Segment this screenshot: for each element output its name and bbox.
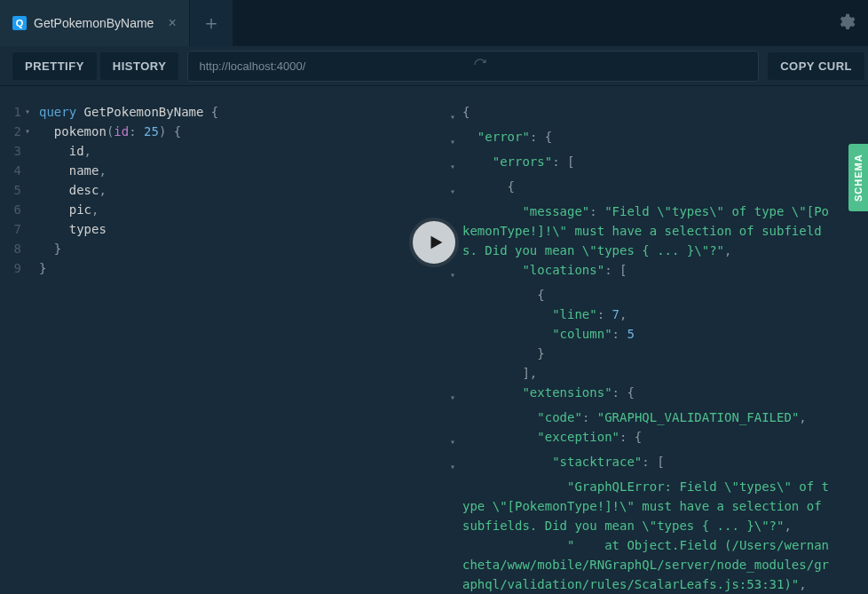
fold-toggle [25, 239, 36, 258]
fold-toggle[interactable]: ▾ [450, 127, 462, 152]
code-content: } [36, 239, 61, 258]
result-content: { [462, 102, 868, 127]
result-content: "locations": [ [462, 260, 868, 285]
code-content: id, [36, 141, 91, 161]
toolbar: PRETTIFY HISTORY http://localhost:4000/ … [0, 46, 868, 86]
code-content: } [36, 258, 46, 278]
fold-toggle [450, 344, 462, 363]
refresh-icon[interactable] [473, 58, 747, 75]
url-input[interactable]: http://localhost:4000/ [187, 51, 759, 82]
editor-line[interactable]: 3 id, [0, 141, 434, 161]
tab-active[interactable]: Q GetPokemonByName × [0, 0, 190, 46]
fold-toggle[interactable]: ▾ [450, 152, 462, 177]
fold-toggle[interactable]: ▾ [25, 102, 36, 122]
result-content: "stacktrace": [ [462, 452, 868, 477]
editor-line[interactable]: 7 types [0, 219, 434, 239]
fold-toggle [450, 408, 462, 427]
result-content: "extensions": { [462, 383, 868, 408]
result-content: " at Object.Field (/Users/wernancheta/ww… [462, 535, 868, 594]
result-line: "GraphQLError: Field \"types\" of type \… [434, 477, 868, 535]
fold-toggle [25, 141, 36, 161]
result-line: { [434, 285, 868, 305]
result-content: "error": { [462, 127, 868, 152]
editor-line[interactable]: 5 desc, [0, 180, 434, 200]
line-number: 2 [0, 122, 25, 141]
result-line: ▾ "stacktrace": [ [434, 452, 868, 477]
execute-button[interactable] [409, 218, 459, 267]
result-line: "column": 5 [434, 324, 868, 344]
gear-icon[interactable] [836, 12, 856, 32]
fold-toggle[interactable]: ▾ [25, 122, 36, 141]
result-content: } [462, 344, 868, 363]
fold-toggle [450, 363, 462, 383]
url-value: http://localhost:4000/ [199, 59, 473, 73]
tab-label: GetPokemonByName [34, 16, 154, 30]
fold-toggle [25, 180, 36, 200]
result-content: "exception": { [462, 427, 868, 452]
copy-curl-button[interactable]: COPY CURL [768, 52, 864, 80]
fold-toggle[interactable]: ▾ [450, 383, 462, 408]
code-content: pokemon(id: 25) { [36, 122, 181, 141]
main-panes: 1▾query GetPokemonByName {2▾ pokemon(id:… [0, 86, 868, 594]
line-number: 9 [0, 258, 25, 278]
line-number: 4 [0, 161, 25, 180]
query-editor[interactable]: 1▾query GetPokemonByName {2▾ pokemon(id:… [0, 86, 434, 594]
fold-toggle [25, 258, 36, 278]
line-number: 8 [0, 239, 25, 258]
fold-toggle[interactable]: ▾ [450, 102, 462, 127]
fold-toggle[interactable]: ▾ [450, 177, 462, 202]
result-content: "GraphQLError: Field \"types\" of type \… [462, 477, 868, 535]
fold-toggle [25, 219, 36, 239]
line-number: 6 [0, 200, 25, 219]
result-line: } [434, 344, 868, 363]
line-number: 7 [0, 219, 25, 239]
result-line: ▾ "locations": [ [434, 260, 868, 285]
line-number: 5 [0, 180, 25, 200]
fold-toggle [450, 285, 462, 305]
editor-line[interactable]: 6 pic, [0, 200, 434, 219]
result-line: "code": "GRAPHQL_VALIDATION_FAILED", [434, 408, 868, 427]
result-content: "column": 5 [462, 324, 868, 344]
add-tab-button[interactable]: ＋ [190, 0, 233, 46]
tab-bar: Q GetPokemonByName × ＋ [0, 0, 868, 46]
result-content: "message": "Field \"types\" of type \"[P… [462, 202, 868, 260]
fold-toggle[interactable]: ▾ [450, 427, 462, 452]
code-content: desc, [36, 180, 107, 200]
result-line: ▾ { [434, 177, 868, 202]
line-number: 1 [0, 102, 25, 122]
code-content: types [36, 219, 107, 239]
result-content: "code": "GRAPHQL_VALIDATION_FAILED", [462, 408, 868, 427]
result-line: ▾ "exception": { [434, 427, 868, 452]
result-content: "errors": [ [462, 152, 868, 177]
fold-toggle [450, 305, 462, 324]
editor-line[interactable]: 2▾ pokemon(id: 25) { [0, 122, 434, 141]
query-icon: Q [12, 16, 27, 30]
editor-line[interactable]: 9} [0, 258, 434, 278]
fold-toggle [450, 535, 462, 594]
result-line: ], [434, 363, 868, 383]
editor-line[interactable]: 1▾query GetPokemonByName { [0, 102, 434, 122]
result-content: "line": 7, [462, 305, 868, 324]
prettify-button[interactable]: PRETTIFY [12, 52, 97, 80]
fold-toggle[interactable]: ▾ [450, 260, 462, 285]
result-line: " at Object.Field (/Users/wernancheta/ww… [434, 535, 868, 594]
fold-toggle [450, 324, 462, 344]
result-line: ▾ "errors": [ [434, 152, 868, 177]
result-line: "line": 7, [434, 305, 868, 324]
result-content: { [462, 177, 868, 202]
fold-toggle [450, 477, 462, 535]
line-number: 3 [0, 141, 25, 161]
code-content: name, [36, 161, 107, 180]
fold-toggle[interactable]: ▾ [450, 452, 462, 477]
result-line: "message": "Field \"types\" of type \"[P… [434, 202, 868, 260]
fold-toggle [25, 200, 36, 219]
fold-toggle [25, 161, 36, 180]
close-icon[interactable]: × [168, 15, 176, 31]
editor-line[interactable]: 4 name, [0, 161, 434, 180]
result-content: { [462, 285, 868, 305]
history-button[interactable]: HISTORY [100, 52, 179, 80]
result-pane: ▾{▾ "error": {▾ "errors": [▾ { "message"… [434, 86, 868, 594]
editor-line[interactable]: 8 } [0, 239, 434, 258]
result-content: ], [462, 363, 868, 383]
schema-tab[interactable]: SCHEMA [848, 144, 868, 211]
